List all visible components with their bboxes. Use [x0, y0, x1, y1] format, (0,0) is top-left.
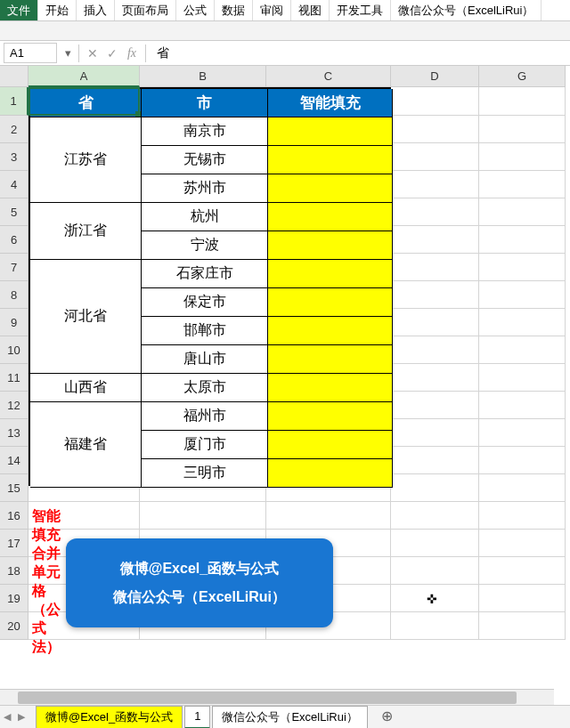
city-cell[interactable]: 宁波	[142, 231, 268, 260]
cell-D16[interactable]	[391, 502, 479, 530]
row-header-6[interactable]: 6	[0, 226, 28, 254]
cell-G4[interactable]	[479, 171, 566, 198]
fill-cell[interactable]	[268, 288, 393, 317]
city-cell[interactable]: 保定市	[142, 288, 268, 317]
table-header-2[interactable]: 智能填充	[268, 89, 393, 117]
cell-D11[interactable]	[391, 364, 479, 392]
cell-D5[interactable]	[391, 198, 479, 226]
column-header-C[interactable]: C	[266, 66, 391, 87]
cell-G13[interactable]	[479, 419, 566, 447]
city-cell[interactable]: 南京市	[142, 117, 268, 146]
ribbon-tab-8[interactable]: 开发工具	[330, 0, 391, 20]
ribbon-tab-2[interactable]: 插入	[77, 0, 115, 20]
cell-D6[interactable]	[391, 226, 479, 254]
cell-G19[interactable]	[479, 585, 566, 612]
cell-G12[interactable]	[479, 392, 566, 419]
city-cell[interactable]: 唐山市	[142, 345, 268, 374]
cell-D13[interactable]	[391, 419, 479, 447]
cell-G8[interactable]	[479, 281, 566, 309]
cell-D20[interactable]	[391, 612, 479, 640]
fill-cell[interactable]	[268, 345, 393, 374]
prev-sheet-icon[interactable]: ◀	[4, 711, 16, 723]
new-sheet-button[interactable]: ⊕	[377, 707, 398, 728]
confirm-icon[interactable]: ✓	[102, 46, 122, 61]
ribbon-tab-9[interactable]: 微信公众号（ExcelLiRui）	[391, 0, 542, 20]
city-cell[interactable]: 无锡市	[142, 146, 268, 174]
cell-D18[interactable]	[391, 557, 479, 585]
cell-D2[interactable]	[391, 116, 479, 143]
row-header-4[interactable]: 4	[0, 171, 28, 198]
select-all-corner[interactable]	[0, 66, 28, 87]
ribbon-tab-6[interactable]: 审阅	[253, 0, 291, 20]
row-header-1[interactable]: 1	[0, 87, 28, 116]
cell-D15[interactable]	[391, 474, 479, 502]
row-header-2[interactable]: 2	[0, 116, 28, 143]
city-cell[interactable]: 福州市	[142, 402, 268, 431]
province-cell[interactable]: 山西省	[30, 374, 142, 402]
city-cell[interactable]: 三明市	[142, 459, 268, 488]
name-box-dropdown-icon[interactable]: ▾	[61, 46, 75, 60]
fx-icon[interactable]: fx	[122, 46, 142, 61]
fill-cell[interactable]	[268, 459, 393, 488]
city-cell[interactable]: 石家庄市	[142, 260, 268, 288]
fill-cell[interactable]	[268, 231, 393, 260]
fill-cell[interactable]	[268, 260, 393, 288]
row-header-12[interactable]: 12	[0, 392, 28, 419]
cell-G6[interactable]	[479, 226, 566, 254]
row-header-13[interactable]: 13	[0, 419, 28, 447]
cell-C16[interactable]	[266, 502, 391, 530]
cancel-icon[interactable]: ✕	[83, 46, 102, 61]
fill-cell[interactable]	[268, 203, 393, 231]
cell-D14[interactable]	[391, 447, 479, 474]
row-header-19[interactable]: 19	[0, 585, 28, 612]
horizontal-scrollbar[interactable]	[0, 689, 554, 705]
cell-G2[interactable]	[479, 116, 566, 143]
fill-cell[interactable]	[268, 402, 393, 431]
cell-G20[interactable]	[479, 612, 566, 640]
column-header-D[interactable]: D	[391, 66, 479, 87]
cell-D9[interactable]	[391, 309, 479, 336]
sheet-tab[interactable]: 1	[184, 706, 210, 729]
row-header-17[interactable]: 17	[0, 530, 28, 557]
table-header-1[interactable]: 市	[142, 89, 268, 117]
cell-G1[interactable]	[479, 87, 566, 116]
city-cell[interactable]: 邯郸市	[142, 317, 268, 345]
column-header-B[interactable]: B	[140, 66, 266, 87]
fill-cell[interactable]	[268, 374, 393, 402]
ribbon-tab-7[interactable]: 视图	[291, 0, 330, 20]
row-header-11[interactable]: 11	[0, 364, 28, 392]
cell-G15[interactable]	[479, 474, 566, 502]
ribbon-tab-1[interactable]: 开始	[38, 0, 77, 20]
sheet-tab[interactable]: 微信公众号（ExcelLiRui）	[212, 706, 367, 729]
cell-D10[interactable]	[391, 336, 479, 364]
cell-G16[interactable]	[479, 502, 566, 530]
cell-G3[interactable]	[479, 143, 566, 171]
row-header-10[interactable]: 10	[0, 336, 28, 364]
ribbon-tab-3[interactable]: 页面布局	[115, 0, 176, 20]
ribbon-tab-0[interactable]: 文件	[0, 0, 38, 20]
province-cell[interactable]: 河北省	[30, 260, 142, 374]
column-header-G[interactable]: G	[479, 66, 566, 87]
row-header-3[interactable]: 3	[0, 143, 28, 171]
row-header-15[interactable]: 15	[0, 474, 28, 502]
row-header-9[interactable]: 9	[0, 309, 28, 336]
fill-cell[interactable]	[268, 431, 393, 459]
cell-G10[interactable]	[479, 336, 566, 364]
row-header-16[interactable]: 16	[0, 502, 28, 530]
ribbon-tab-5[interactable]: 数据	[215, 0, 253, 20]
cell-G14[interactable]	[479, 447, 566, 474]
cell-G18[interactable]	[479, 557, 566, 585]
cell-D8[interactable]	[391, 281, 479, 309]
province-cell[interactable]: 福建省	[30, 402, 142, 488]
cell-D4[interactable]	[391, 171, 479, 198]
table-header-0[interactable]: 省	[30, 89, 142, 117]
cell-D1[interactable]	[391, 87, 479, 116]
cell-D7[interactable]	[391, 254, 479, 281]
cell-D19[interactable]	[391, 585, 479, 612]
city-cell[interactable]: 太原市	[142, 374, 268, 402]
city-cell[interactable]: 苏州市	[142, 174, 268, 203]
cell-D17[interactable]	[391, 530, 479, 557]
fill-cell[interactable]	[268, 317, 393, 345]
row-header-20[interactable]: 20	[0, 612, 28, 640]
row-header-7[interactable]: 7	[0, 254, 28, 281]
